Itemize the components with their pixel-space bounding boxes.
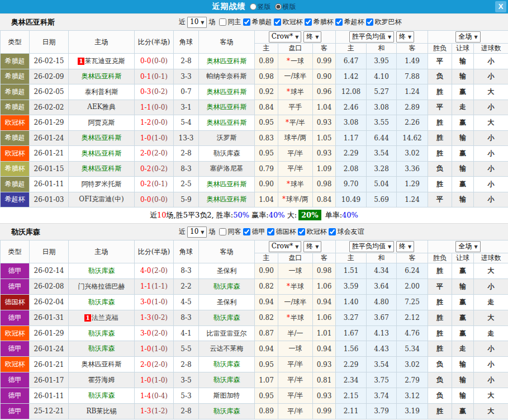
league-filter-checkbox-input[interactable] — [335, 18, 343, 26]
horizontal-layout-radio[interactable]: 横版 — [275, 2, 296, 12]
match-date: 26-02-02 — [30, 100, 69, 115]
home-team: 1法兰克福 — [69, 310, 135, 325]
summary-text: 场,胜5平3负2, 胜率: — [167, 211, 234, 219]
league-filter-checkbox-input[interactable] — [243, 228, 250, 235]
scope-select[interactable]: 全场▼ — [455, 241, 480, 252]
avg-time-select[interactable]: 终▼ — [396, 241, 414, 252]
close-icon[interactable]: X — [495, 1, 506, 12]
away-odds: 1.04 — [313, 100, 336, 115]
home-team: RB莱比锡 — [69, 404, 135, 419]
league-filter-checkbox-input[interactable] — [274, 18, 281, 26]
league-filter-checkbox-input[interactable] — [267, 228, 274, 235]
scope-select[interactable]: 全场▼ — [455, 31, 480, 43]
avg-odds-select[interactable]: 胜平负均值▼ — [349, 241, 394, 252]
summary-text: 50% — [233, 211, 249, 219]
league-type-badge: 德甲 — [1, 263, 30, 279]
league-filter-checkbox[interactable]: 希超杯 — [335, 17, 364, 27]
same-venue-checkbox[interactable]: 同客 — [219, 227, 241, 237]
result-wdl: 胜 — [428, 404, 452, 419]
league-filter-checkbox[interactable]: 欧冠杯 — [274, 17, 302, 27]
home-team: 阿贾克斯 — [69, 115, 135, 131]
avg-draw-odds: 4.43 — [367, 341, 397, 357]
same-venue-checkbox[interactable]: 同主 — [219, 17, 241, 27]
match-date: 26-01-15 — [30, 161, 69, 177]
horizontal-radio-input[interactable] — [275, 3, 282, 10]
league-filter-checkbox-input[interactable] — [243, 18, 250, 26]
league-filter-checkbox-input[interactable] — [298, 228, 305, 235]
match-date: 26-01-11 — [30, 388, 69, 404]
away-team: 奥林匹亚科斯 — [199, 192, 255, 207]
handicap-line: 平/半 — [278, 357, 313, 372]
section-header: 勒沃库森 近 10▼ 场 同客 德甲德国杯欧冠杯球会友谊 — [0, 223, 508, 240]
handicap-line: *一球 — [278, 54, 313, 69]
league-filter-checkbox[interactable]: 希腊超 — [243, 17, 272, 27]
away-odds: 0.96 — [313, 84, 336, 100]
handicap-line: 半/一 — [278, 325, 313, 341]
home-team: AEK雅典 — [69, 100, 135, 115]
avg-odds-select[interactable]: 胜平负均值▼ — [349, 31, 394, 43]
avg-time-select[interactable]: 终▼ — [396, 31, 414, 43]
away-odds: 0.81 — [313, 372, 336, 388]
result-goals: 大 — [474, 404, 508, 419]
corners: 8-3 — [174, 263, 199, 279]
odds-time-select[interactable]: 终▼ — [303, 241, 321, 252]
match-date: 26-01-24 — [30, 130, 69, 146]
col-score: 比分(半场) — [135, 240, 174, 263]
home-team: 奥林匹亚科斯 — [69, 146, 135, 162]
league-filter-checkbox-input[interactable] — [366, 18, 373, 26]
score: 1-1(0-0) — [135, 100, 174, 115]
league-filter-checkbox[interactable]: 欧罗巴杯 — [366, 17, 401, 27]
league-filter-checkbox[interactable]: 欧冠杯 — [298, 227, 326, 237]
league-filter-checkbox[interactable]: 德国杯 — [267, 227, 296, 237]
corners: 2-8 — [174, 357, 199, 372]
league-filter-checkbox[interactable]: 希腊杯 — [305, 17, 333, 27]
match-row: 德甲26-01-11勒沃库森1-4(0-4)5-3斯图加特0.95平/半0.93… — [1, 388, 508, 404]
league-filter-checkbox[interactable]: 德甲 — [243, 227, 265, 237]
result-wdl: 胜 — [428, 177, 452, 192]
result-wdl: 胜 — [428, 115, 452, 131]
vertical-radio-input[interactable] — [250, 3, 257, 10]
avg-home-odds: 12.08 — [336, 84, 367, 100]
result-wdl: 负 — [428, 388, 452, 404]
avg-away-odds: 2.00 — [397, 279, 428, 294]
avg-draw-odds: 3.64 — [367, 279, 397, 294]
home-team: 奥林匹亚科斯 — [69, 130, 135, 146]
avg-away-odds: 3.36 — [397, 161, 428, 177]
away-team: 勒沃库森 — [199, 372, 255, 388]
league-type-badge: 希腊超 — [1, 84, 30, 100]
match-date: 26-01-17 — [30, 372, 69, 388]
away-odds: 1.06 — [313, 310, 336, 325]
result-goals: 走 — [474, 325, 508, 341]
avg-home-odds: 1.17 — [336, 130, 367, 146]
match-row: 德甲25-12-21RB莱比锡1-3(1-2)2-8勒沃库森0.89平/半0.9… — [1, 404, 508, 419]
avg-home-odds: 2.29 — [336, 146, 367, 162]
league-type-badge: 希腊超 — [1, 100, 30, 115]
league-filter-checkbox-input[interactable] — [329, 228, 336, 235]
away-odds: 0.90 — [313, 69, 336, 84]
match-row: 欧冠杯26-01-29阿贾克斯1-2(0-0)5-4奥林匹亚科斯0.95*平/半… — [1, 115, 508, 131]
match-count-select[interactable]: 10▼ — [187, 226, 207, 238]
avg-home-odds: 2.11 — [336, 404, 367, 419]
corners: 5-3 — [174, 388, 199, 404]
bookmaker-select[interactable]: Crow*▼ — [269, 241, 302, 252]
avg-home-odds: 1.56 — [336, 341, 367, 357]
odds-time-select[interactable]: 终▼ — [303, 31, 321, 43]
away-team: 奥林匹亚科斯 — [199, 100, 255, 115]
home-odds: 0.87 — [255, 325, 278, 341]
scope-group-header: 全场▼ — [428, 240, 508, 253]
league-filter-label: 德甲 — [251, 227, 265, 237]
league-filter-checkbox-input[interactable] — [305, 18, 312, 26]
team-name: 勒沃库森 — [11, 227, 40, 237]
match-count-select[interactable]: 10▼ — [187, 17, 207, 28]
bookmaker-select[interactable]: Crow*▼ — [269, 31, 302, 43]
league-filter-label: 希腊杯 — [313, 17, 333, 27]
match-row: 德甲26-02-08门兴格拉德巴赫1-1(1-1)2-2勒沃库森0.82*半球1… — [1, 279, 508, 294]
same-venue-checkbox-input[interactable] — [219, 228, 226, 235]
result-goals: 大 — [474, 84, 508, 100]
avg-away-odds: 1.24 — [397, 192, 428, 207]
league-filter-label: 欧罗巴杯 — [374, 17, 401, 27]
league-filter-checkbox[interactable]: 球会友谊 — [329, 227, 364, 237]
same-venue-checkbox-input[interactable] — [219, 18, 226, 26]
league-type-badge: 欧冠杯 — [1, 325, 30, 341]
vertical-layout-radio[interactable]: 竖版 — [250, 2, 271, 12]
